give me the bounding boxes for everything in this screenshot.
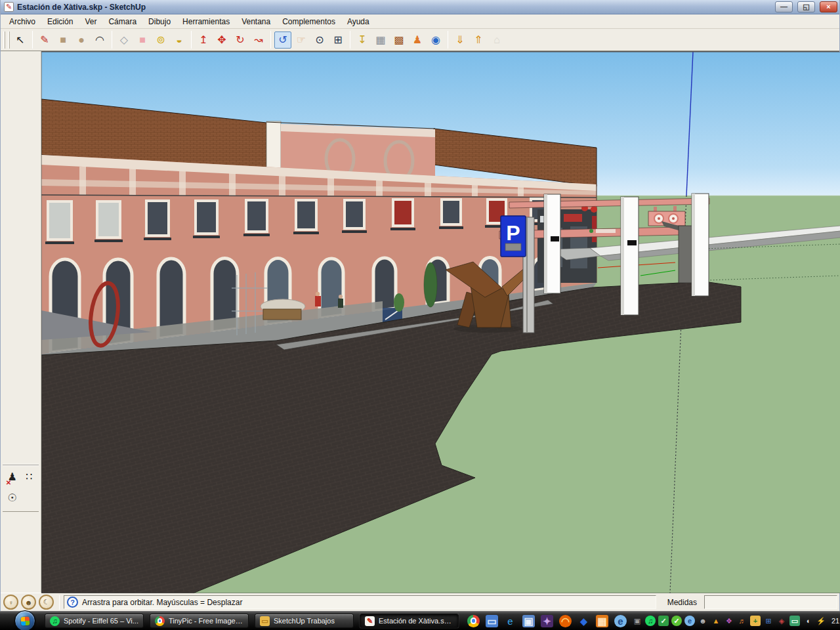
walk-tool-icon: ∷ — [26, 472, 32, 482]
rectangle-tool[interactable]: ■ — [54, 32, 72, 49]
google-earth-tool[interactable]: ◉ — [427, 32, 444, 49]
menu-ver[interactable]: Ver — [79, 15, 102, 28]
title-bar[interactable]: ✎ Estación de Xàtiva.skp - SketchUp — ◱ … — [1, 0, 839, 14]
toggle-terrain-tool[interactable]: ▦ — [372, 32, 389, 49]
toolbar-separator — [270, 31, 271, 49]
arc-tool[interactable]: ◠ — [91, 32, 108, 49]
help-icon[interactable]: ? — [67, 597, 78, 608]
add-location-tool[interactable]: ↧ — [354, 32, 371, 49]
google-earth-tool-icon: ◉ — [431, 35, 440, 45]
street-view-tool[interactable]: ♟ — [409, 32, 426, 49]
shield-tray-icon[interactable]: ✓ — [658, 616, 669, 626]
status-bar: ♀☻☾ ? Arrastra para orbitar. Mayúsculas … — [1, 593, 839, 611]
task-tinypic-label: TinyPic - Free Image H... — [169, 617, 243, 625]
graphics-tray-icon[interactable]: ❖ — [724, 616, 734, 626]
look-around-tool-icon: ☉ — [8, 493, 17, 503]
task-sketchup-model[interactable]: ✎Estación de Xàtiva.skp... — [360, 614, 459, 628]
3d-viewport-canvas[interactable]: P — [41, 52, 840, 593]
walk-tool[interactable]: ∷ — [21, 469, 37, 485]
orbit-tool-icon: ↺ — [278, 35, 287, 45]
horn-tray-icon[interactable]: ♬ — [737, 616, 747, 626]
taskbar: ♫Spotify - Eiffel 65 – Vi...TinyPic - Fr… — [0, 611, 840, 630]
offline-user-tray-icon[interactable]: ☻ — [698, 616, 708, 626]
restore-button[interactable]: ◱ — [797, 1, 815, 12]
eraser-tool[interactable]: ■ — [134, 32, 151, 49]
menu-archivo[interactable]: Archivo — [3, 15, 41, 28]
3d-viewport[interactable]: P — [41, 51, 839, 593]
gamepad-tray-icon[interactable]: ▣ — [632, 616, 642, 626]
move-tool[interactable]: ✥ — [213, 32, 230, 49]
avg-tray-icon[interactable]: ▲ — [711, 616, 721, 626]
cube-icon[interactable]: ◆ — [578, 615, 590, 627]
robot-tray-icon[interactable]: ◈ — [776, 616, 787, 626]
geo-badge[interactable]: ♀ — [3, 595, 18, 610]
status-hint-text: Arrastra para orbitar. Mayúsculas = Desp… — [82, 598, 242, 607]
toolbar-grip — [3, 32, 5, 49]
photo-textures-tool-icon: ▩ — [394, 35, 404, 45]
internet-explorer-icon[interactable]: e — [504, 615, 516, 627]
make-component-tool[interactable]: ◇ — [116, 32, 133, 49]
firefox-icon[interactable]: ◠ — [559, 615, 572, 627]
share-model-tool[interactable]: ⇑ — [470, 32, 487, 49]
power-tray-icon[interactable]: ⚡ — [816, 616, 826, 626]
left-tool-strip: ♟✕∷☉ — [1, 51, 41, 593]
select-tool[interactable]: ↖ — [12, 32, 29, 49]
system-tray: ▣♫✓✓e☻▲❖♬+⊞◈▭◖⚡ — [632, 616, 826, 626]
task-spotify[interactable]: ♫Spotify - Eiffel 65 – Vi... — [45, 614, 144, 628]
pushpull-tool[interactable]: ↥ — [195, 32, 212, 49]
make-component-tool-icon: ◇ — [120, 35, 128, 45]
menu-ventana[interactable]: Ventana — [236, 15, 276, 28]
toolbar-separator — [32, 31, 33, 49]
tape-measure-tool[interactable]: ⊚ — [152, 32, 169, 49]
game-icon[interactable]: ✦ — [541, 615, 553, 627]
computer-icon[interactable]: ▣ — [522, 615, 535, 627]
media-icon[interactable]: ▦ — [596, 615, 608, 627]
zoom-extents-tool[interactable]: ⊞ — [329, 32, 346, 49]
menu-cmara[interactable]: Cámara — [102, 15, 142, 28]
menu-ayuda[interactable]: Ayuda — [341, 15, 375, 28]
circle-tool-icon: ● — [78, 35, 85, 45]
circle-tool[interactable]: ● — [73, 32, 90, 49]
status-separator — [59, 595, 60, 610]
followme-tool[interactable]: ↝ — [250, 32, 267, 49]
street-view-tool-icon: ♟ — [413, 35, 422, 45]
pan-tool[interactable]: ☞ — [293, 32, 310, 49]
toggle-terrain-tool-icon: ▦ — [375, 35, 385, 45]
screen-tray-icon[interactable]: ▭ — [789, 616, 800, 626]
share-model-tool-icon: ⇑ — [474, 35, 482, 45]
measurements-input[interactable] — [704, 595, 837, 609]
zoom-tool[interactable]: ⊙ — [311, 32, 328, 49]
emule-icon[interactable]: e — [614, 615, 627, 627]
check-tray-icon[interactable]: ✓ — [671, 616, 682, 626]
orbit-tool[interactable]: ↺ — [274, 32, 291, 49]
display-icon[interactable]: ▭ — [486, 615, 498, 627]
emule-tray-icon[interactable]: e — [684, 616, 695, 626]
position-camera-tool[interactable]: ♟✕ — [5, 469, 20, 485]
rotate-tool[interactable]: ↻ — [232, 32, 249, 49]
network-tray-icon[interactable]: ⊞ — [763, 616, 774, 626]
folder-plus-tray-icon[interactable]: + — [750, 616, 761, 626]
person-badge[interactable]: ☻ — [21, 595, 36, 610]
menu-edicin[interactable]: Edición — [41, 15, 79, 28]
task-tinypic[interactable]: TinyPic - Free Image H... — [150, 614, 249, 628]
task-sketchup-folder[interactable]: ▭SketchUp Trabajos — [255, 614, 354, 628]
menu-dibujo[interactable]: Dibujo — [142, 15, 177, 28]
chrome-icon[interactable] — [467, 615, 480, 627]
pushpull-tool-icon: ↥ — [199, 35, 207, 45]
photo-textures-tool[interactable]: ▩ — [390, 32, 408, 49]
toolbar-grip — [8, 32, 10, 49]
paint-bucket-tool[interactable]: ◒ — [171, 32, 188, 49]
spotify-tray-icon[interactable]: ♫ — [645, 616, 656, 626]
line-tool[interactable]: ✎ — [36, 32, 53, 49]
warehouse-tool-icon: ⌂ — [494, 35, 500, 45]
close-button[interactable]: × — [820, 1, 837, 12]
minimize-button[interactable]: — — [775, 1, 793, 12]
menu-herramientas[interactable]: Herramientas — [177, 15, 236, 28]
moon-badge[interactable]: ☾ — [39, 595, 54, 610]
get-models-tool[interactable]: ⇓ — [452, 32, 469, 49]
start-button[interactable] — [14, 610, 35, 630]
menu-complementos[interactable]: Complementos — [276, 15, 341, 28]
volume-tray-icon[interactable]: ◖ — [803, 616, 813, 626]
look-around-tool[interactable]: ☉ — [5, 490, 20, 506]
position-camera-tool-x-icon: ✕ — [6, 479, 11, 486]
